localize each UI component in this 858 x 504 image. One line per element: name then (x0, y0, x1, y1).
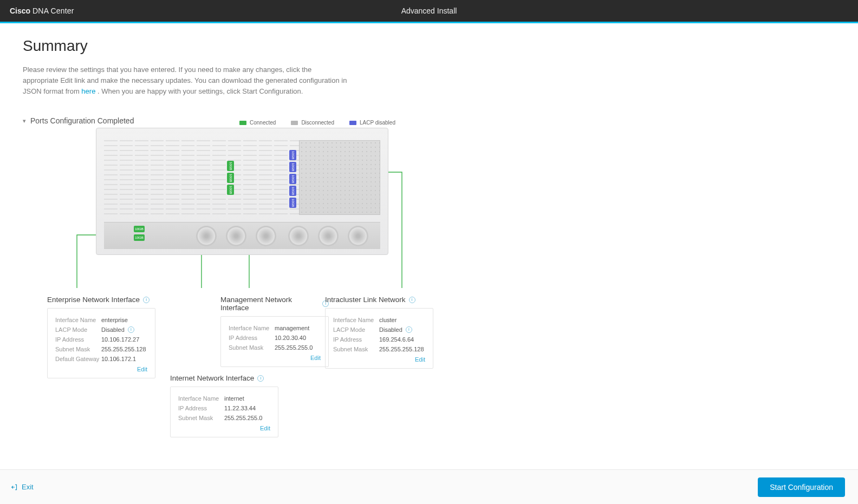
legend-connected-label: Connected (250, 120, 276, 126)
info-icon[interactable]: i (143, 297, 150, 303)
page-description: Please review the settings that you have… (23, 64, 348, 97)
port-10gb-blue: 10GB (289, 162, 296, 172)
content: Summary Please review the settings that … (0, 23, 858, 463)
swatch-green-icon (239, 121, 246, 125)
internet-title-text: Internet Network Interface (170, 374, 254, 382)
label-interface-name: Interface Name (229, 325, 275, 331)
label-interface-name: Interface Name (333, 317, 379, 323)
cluster-name-value: cluster (379, 317, 396, 323)
port-10gb-green: 10GB (134, 226, 145, 232)
label-mask: Subnet Mask (333, 346, 379, 352)
info-icon[interactable]: i (257, 375, 264, 382)
internet-ip-value: 11.22.33.44 (224, 405, 256, 411)
legend-connected: Connected (239, 120, 276, 126)
management-title-text: Management Network Interface (220, 296, 319, 312)
cluster-card: Interface Namecluster LACP ModeDisabledi… (325, 308, 433, 369)
chevron-down-icon: ▾ (23, 117, 26, 125)
management-name-value: management (275, 325, 309, 331)
cluster-title: Intracluster Link Network i (325, 296, 433, 304)
label-gateway: Default Gateway (55, 356, 101, 362)
management-interface-block: Management Network Interface i Interface… (220, 296, 329, 367)
internet-edit-link[interactable]: Edit (178, 425, 270, 431)
legend-disconnected: Disconnected (291, 120, 334, 126)
ports-section-title: Ports Configuration Completed (30, 116, 134, 125)
label-interface-name: Interface Name (55, 317, 101, 323)
internet-mask-value: 255.255.255.0 (224, 415, 262, 421)
fan-icon (256, 226, 276, 246)
exit-button[interactable]: Exit (11, 483, 34, 491)
port-10gb-blue: 10GB (289, 174, 296, 184)
label-ip: IP Address (55, 336, 101, 343)
footer: Exit Start Configuration (0, 469, 858, 504)
internet-title: Internet Network Interface i (170, 374, 278, 382)
fan-icon (226, 226, 246, 246)
port-10gb-blue: 10GB (289, 186, 296, 196)
internet-card: Interface Nameinternet IP Address11.22.3… (170, 387, 278, 437)
swatch-grey-icon (291, 121, 298, 125)
management-ip-value: 10.20.30.40 (275, 335, 306, 341)
appliance-illustration: 10GB 10GB 10GB 10GB 10GB 10GB 10GB 10GB … (96, 128, 388, 255)
brand-sub: DNA Center (32, 6, 74, 15)
enterprise-name-value: enterprise (101, 317, 128, 323)
fan-icon (318, 226, 339, 246)
info-icon[interactable]: i (406, 326, 412, 333)
swatch-blue-icon (349, 121, 356, 125)
legend-disconnected-label: Disconnected (301, 120, 334, 126)
port-10gb-green: 10GB (134, 234, 145, 241)
port-10gb-blue: 10GB (289, 198, 296, 208)
label-mask: Subnet Mask (229, 344, 275, 351)
label-ip: IP Address (178, 405, 224, 411)
cluster-interface-block: Intracluster Link Network i Interface Na… (325, 296, 433, 369)
cluster-title-text: Intracluster Link Network (325, 296, 406, 304)
enterprise-gateway-value: 10.106.172.1 (101, 356, 136, 362)
fan-icon (348, 226, 368, 246)
brand-text: Cisco DNA Center (10, 6, 74, 15)
label-ip: IP Address (333, 336, 379, 343)
management-edit-link[interactable]: Edit (229, 355, 321, 361)
exit-label: Exit (22, 483, 34, 491)
cluster-lacp-value: Disabled (379, 326, 402, 333)
label-mask: Subnet Mask (55, 346, 101, 352)
app-header: Cisco DNA Center Advanced Install (0, 0, 858, 22)
info-icon[interactable]: i (128, 326, 134, 333)
interface-cards-area: Enterprise Network Interface i Interface… (23, 296, 835, 463)
side-vent-panel (299, 140, 380, 215)
enterprise-card: Interface Nameenterprise LACP ModeDisabl… (47, 308, 155, 378)
port-10gb-green: 10GB (227, 173, 234, 183)
cluster-ip-value: 169.254.6.64 (379, 336, 414, 343)
start-configuration-button[interactable]: Start Configuration (758, 477, 845, 497)
label-lacp-mode: LACP Mode (333, 326, 379, 333)
brand-cisco: Cisco (10, 6, 30, 15)
label-mask: Subnet Mask (178, 415, 224, 421)
enterprise-ip-value: 10.106.172.27 (101, 336, 139, 343)
enterprise-lacp-value: Disabled (101, 326, 125, 333)
appliance-bottom-row: 10GB 10GB (104, 222, 380, 249)
desc-post: . When you are happy with your settings,… (98, 87, 303, 95)
management-title: Management Network Interface i (220, 296, 329, 312)
label-lacp-mode: LACP Mode (55, 326, 101, 333)
enterprise-title: Enterprise Network Interface i (47, 296, 155, 304)
enterprise-title-text: Enterprise Network Interface (47, 296, 140, 304)
cluster-edit-link[interactable]: Edit (333, 356, 425, 363)
enterprise-edit-link[interactable]: Edit (55, 366, 147, 372)
port-10gb-green: 10GB (227, 185, 234, 195)
fan-icon (288, 226, 309, 246)
port-legend: Connected Disconnected LACP disabled (239, 120, 835, 126)
appliance-diagram: 10GB 10GB 10GB 10GB 10GB 10GB 10GB 10GB … (50, 128, 483, 290)
label-ip: IP Address (229, 335, 275, 341)
port-10gb-blue: 10GB (289, 150, 296, 160)
management-card: Interface Namemanagement IP Address10.20… (220, 316, 329, 367)
label-interface-name: Interface Name (178, 395, 224, 402)
internet-interface-block: Internet Network Interface i Interface N… (170, 374, 278, 437)
exit-icon (11, 483, 18, 491)
enterprise-mask-value: 255.255.255.128 (101, 346, 146, 352)
legend-lacp-label: LACP disabled (360, 120, 395, 126)
download-config-link[interactable]: here (81, 87, 95, 95)
port-10gb-green: 10GB (227, 161, 234, 171)
internet-name-value: internet (224, 395, 244, 402)
info-icon[interactable]: i (409, 297, 415, 303)
management-mask-value: 255.255.255.0 (275, 344, 313, 351)
enterprise-interface-block: Enterprise Network Interface i Interface… (47, 296, 155, 378)
page-title: Summary (23, 37, 835, 55)
header-center-title: Advanced Install (0, 6, 858, 15)
